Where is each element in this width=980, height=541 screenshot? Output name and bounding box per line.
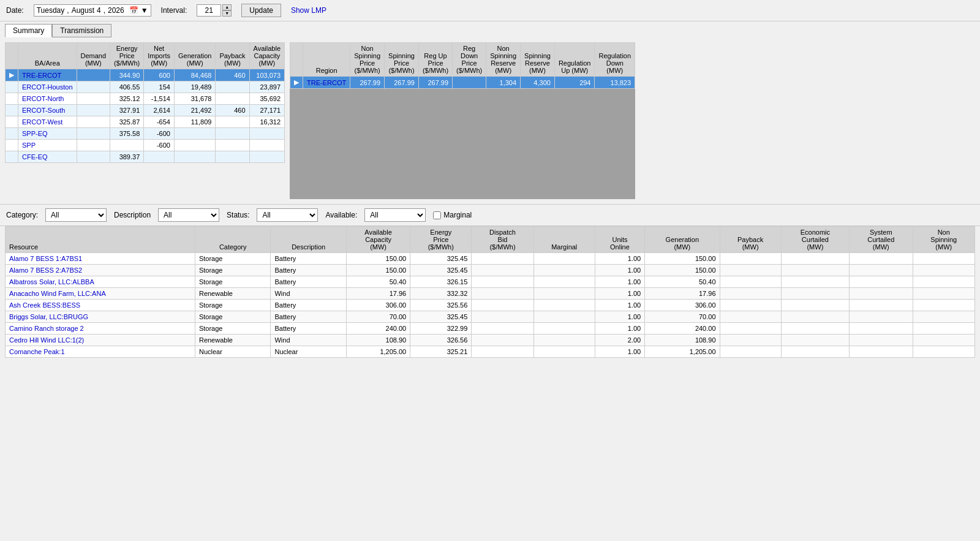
show-lmp-link[interactable]: Show LMP — [291, 6, 326, 15]
left-table-row[interactable]: SPP-EQ 375.58 -600 — [6, 128, 285, 140]
energy-price-cell: 325.12 — [110, 93, 144, 105]
energy-price-b-cell: 325.21 — [410, 346, 472, 358]
row-arrow — [6, 151, 18, 163]
generation-cell: 11,809 — [174, 116, 215, 128]
category-cell: Storage — [195, 253, 271, 265]
resource-cell[interactable]: Comanche Peak:1 — [6, 346, 195, 358]
non-spinning-cell — [913, 265, 974, 276]
col-energy-price: EnergyPrice($/MWh) — [110, 43, 144, 69]
col-reg-down: RegulationDown(MW) — [595, 43, 635, 77]
dropdown-icon[interactable]: ▼ — [141, 6, 148, 15]
resource-cell[interactable]: Anacacho Wind Farm, LLC:ANA — [6, 288, 195, 300]
bottom-table-row[interactable]: Alamo 7 BESS 1:A7BS1 Storage Battery 150… — [6, 253, 975, 265]
reg-up-cell: 294 — [554, 77, 595, 89]
avail-cap-cell: 27,171 — [249, 105, 284, 116]
bottom-table-row[interactable]: Comanche Peak:1 Nuclear Nuclear 1,205.00… — [6, 346, 975, 358]
econ-curtailed-cell — [781, 276, 849, 288]
calendar-icon[interactable]: 📅 — [129, 6, 138, 15]
net-imports-cell: 600 — [144, 69, 175, 81]
generation-b-cell: 150.00 — [645, 265, 720, 276]
date-input[interactable]: Tuesday , August 4 , 2026 📅 ▼ — [34, 4, 151, 17]
left-table-row[interactable]: ERCOT-South 327.91 2,614 21,492 460 27,1… — [6, 105, 285, 116]
bottom-table-row[interactable]: Cedro Hill Wind LLC:1(2) Renewable Wind … — [6, 335, 975, 346]
bottom-grid: Resource Category Description AvailableC… — [5, 226, 975, 358]
resource-cell[interactable]: Ash Creek BESS:BESS — [6, 300, 195, 311]
ba-area-cell[interactable]: SPP-EQ — [18, 128, 77, 140]
col-avail-cap-b: AvailableCapacity(MW) — [346, 227, 410, 253]
ba-area-cell[interactable]: SPP — [18, 140, 77, 151]
available-label: Available: — [325, 211, 357, 219]
non-spin-res-cell: 1,304 — [486, 77, 521, 89]
left-table-row[interactable]: ERCOT-Houston 406.55 154 19,489 23,897 — [6, 81, 285, 93]
avail-cap-cell: 23,897 — [249, 81, 284, 93]
payback-b-cell — [720, 335, 781, 346]
resource-cell[interactable]: Cedro Hill Wind LLC:1(2) — [6, 335, 195, 346]
status-select[interactable]: All — [257, 208, 318, 222]
resource-cell[interactable]: Alamo 7 BESS 1:A7BS1 — [6, 253, 195, 265]
left-table-row[interactable]: ▶ TRE-ERCOT 344.90 600 84,468 460 103,07… — [6, 69, 285, 81]
generation-b-cell: 108.90 — [645, 335, 720, 346]
resource-cell[interactable]: Briggs Solar, LLC:BRUGG — [6, 311, 195, 323]
col-spin-res: SpinningReserve(MW) — [521, 43, 555, 77]
interval-up-button[interactable]: ▲ — [222, 4, 232, 10]
ba-area-cell[interactable]: ERCOT-Houston — [18, 81, 77, 93]
units-online-cell: 1.00 — [595, 323, 644, 335]
category-select[interactable]: All — [45, 208, 107, 222]
tab-summary[interactable]: Summary — [5, 24, 52, 37]
dispatch-bid-cell — [472, 253, 533, 265]
energy-price-cell — [110, 140, 144, 151]
econ-curtailed-cell — [781, 323, 849, 335]
resource-cell[interactable]: Alamo 7 BESS 2:A7BS2 — [6, 265, 195, 276]
col-dispatch-bid: DispatchBid($/MWh) — [472, 227, 533, 253]
non-spinning-cell — [913, 300, 974, 311]
left-table-row[interactable]: CFE-EQ 389.37 — [6, 151, 285, 163]
generation-cell: 21,492 — [174, 105, 215, 116]
demand-cell — [77, 116, 110, 128]
date-month: August — [72, 6, 94, 15]
bottom-table-row[interactable]: Anacacho Wind Farm, LLC:ANA Renewable Wi… — [6, 288, 975, 300]
col-non-spin-res: NonSpinningReserve(MW) — [486, 43, 521, 77]
bottom-table-row[interactable]: Alamo 7 BESS 2:A7BS2 Storage Battery 150… — [6, 265, 975, 276]
resource-cell[interactable]: Camino Ranch storage 2 — [6, 323, 195, 335]
bottom-table-row[interactable]: Camino Ranch storage 2 Storage Battery 2… — [6, 323, 975, 335]
interval-down-button[interactable]: ▼ — [222, 10, 232, 17]
col-region: Region — [303, 43, 350, 77]
left-table-row[interactable]: ERCOT-West 325.87 -654 11,809 16,312 — [6, 116, 285, 128]
resource-cell[interactable]: Albatross Solar, LLC:ALBBA — [6, 276, 195, 288]
right-table-row[interactable]: ▶ TRE-ERCOT 267.99 267.99 267.99 1,304 4… — [290, 77, 635, 89]
payback-b-cell — [720, 311, 781, 323]
ba-area-cell[interactable]: TRE-ERCOT — [18, 69, 77, 81]
left-table-row[interactable]: ERCOT-North 325.12 -1,514 31,678 35,692 — [6, 93, 285, 105]
marginal-checkbox[interactable] — [433, 211, 441, 219]
dispatch-bid-cell — [472, 288, 533, 300]
sys-curtailed-cell — [850, 288, 913, 300]
dispatch-bid-cell — [472, 346, 533, 358]
region-cell[interactable]: TRE-ERCOT — [303, 77, 350, 89]
main-tables: BA/Area Demand(MW) EnergyPrice($/MWh) Ne… — [0, 37, 980, 204]
interval-input[interactable] — [197, 4, 221, 17]
date-day: Tuesday — [37, 6, 65, 15]
units-online-cell: 1.00 — [595, 253, 644, 265]
col-spin-price: SpinningPrice($/MWh) — [385, 43, 419, 77]
energy-price-b-cell: 325.45 — [410, 265, 472, 276]
description-select[interactable]: All — [158, 208, 219, 222]
col-demand: Demand(MW) — [77, 43, 110, 69]
bottom-table-row[interactable]: Ash Creek BESS:BESS Storage Battery 306.… — [6, 300, 975, 311]
spin-price-cell: 267.99 — [385, 77, 419, 89]
energy-price-cell: 389.37 — [110, 151, 144, 163]
energy-price-b-cell: 325.56 — [410, 300, 472, 311]
energy-price-b-cell: 332.32 — [410, 288, 472, 300]
ba-area-cell[interactable]: CFE-EQ — [18, 151, 77, 163]
update-button[interactable]: Update — [241, 4, 281, 17]
ba-area-cell[interactable]: ERCOT-North — [18, 93, 77, 105]
col-net-imports: NetImports(MW) — [144, 43, 175, 69]
net-imports-cell: -1,514 — [144, 93, 175, 105]
tab-transmission[interactable]: Transmission — [52, 24, 111, 37]
left-table-row[interactable]: SPP -600 — [6, 140, 285, 151]
ba-area-cell[interactable]: ERCOT-West — [18, 116, 77, 128]
marginal-cell — [533, 276, 595, 288]
bottom-table-row[interactable]: Albatross Solar, LLC:ALBBA Storage Batte… — [6, 276, 975, 288]
ba-area-cell[interactable]: ERCOT-South — [18, 105, 77, 116]
available-select[interactable]: All — [364, 208, 426, 222]
bottom-table-row[interactable]: Briggs Solar, LLC:BRUGG Storage Battery … — [6, 311, 975, 323]
